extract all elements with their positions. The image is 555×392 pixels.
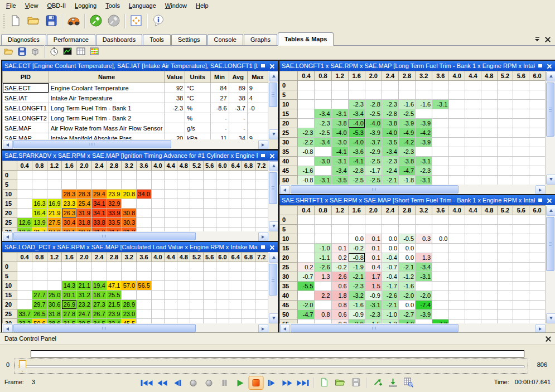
map-cell[interactable] [513,109,529,119]
map-cell[interactable] [77,262,92,272]
map-cell[interactable] [513,244,529,253]
map-cell[interactable]: -0.9 [348,310,365,320]
pid-cell[interactable]: Long Term Fuel Trim - Bank 2 [49,113,165,123]
map-cell[interactable] [122,171,137,180]
map-cell[interactable]: 16.4 [32,209,47,218]
map-cell[interactable]: -0.8 [298,147,315,157]
scrollbar-track[interactable] [290,323,535,333]
map-cell[interactable] [529,282,546,291]
map-cell[interactable] [529,253,546,263]
pid-cell[interactable]: °C [185,83,210,93]
map-cell[interactable] [165,209,177,218]
map-cell[interactable] [331,81,348,90]
map-cell[interactable] [298,225,315,234]
map-cell[interactable]: 12.0 [17,228,32,232]
map-cell[interactable] [177,319,190,324]
map-cell[interactable] [216,272,229,281]
map-cell[interactable]: 14.3 [62,281,77,291]
map-cell[interactable]: 30.8 [122,209,137,218]
map-cell[interactable]: -1.2 [399,272,416,282]
map-cell[interactable]: -3.4 [315,109,331,119]
map-cell[interactable] [216,319,229,324]
map-cell[interactable] [165,190,177,199]
dcp-close-icon[interactable] [546,336,551,341]
map-cell[interactable]: -5.5 [298,282,315,291]
map-cell[interactable] [348,215,365,225]
map-cell[interactable] [190,171,203,180]
map-cell[interactable] [465,263,481,272]
map-cell[interactable] [177,291,190,300]
map-cell[interactable] [151,319,164,324]
map-cell[interactable]: 33.7 [17,309,32,319]
map-cell[interactable] [432,147,449,157]
vertical-scrollbar[interactable] [268,71,278,139]
map-cell[interactable] [497,234,513,244]
map-cell[interactable] [416,282,432,291]
map-cell[interactable] [432,157,449,166]
map-cell[interactable] [529,157,546,166]
map-cell[interactable] [513,234,529,244]
map-cell[interactable] [229,272,242,281]
pid-cell[interactable]: % [185,103,210,113]
map-cell[interactable] [416,320,432,324]
map-cell[interactable] [203,309,216,319]
pid-cell[interactable]: % [185,113,210,123]
map-cell[interactable] [432,81,449,90]
map-cell[interactable] [449,320,465,324]
map-cell[interactable]: 0.0 [399,253,416,263]
map-cell[interactable] [513,225,529,234]
map-cell[interactable] [449,157,465,166]
step-back-button[interactable] [170,376,185,390]
map-cell[interactable]: 31.5 [107,228,122,232]
map-cell[interactable] [513,272,529,282]
menu-logging[interactable]: Logging [70,1,101,10]
map-cell[interactable] [481,215,497,225]
map-cell[interactable] [298,215,315,225]
scroll-left-button[interactable] [280,185,290,195]
map-cell[interactable]: 45.5 [122,319,137,324]
panel-close-button[interactable] [268,152,276,159]
map-cell[interactable] [481,157,497,166]
map-cell[interactable] [203,300,216,309]
map-cell[interactable] [203,190,216,199]
map-cell[interactable]: 27.0 [47,228,62,232]
map-cell[interactable]: 1.7 [365,272,382,282]
map-cell[interactable] [216,300,229,309]
map-cell[interactable] [137,309,152,319]
map-cell[interactable] [229,281,242,291]
map-cell[interactable] [229,319,242,324]
map-cell[interactable] [17,300,32,309]
map-cell[interactable] [449,234,465,244]
map-cell[interactable]: -1.9 [348,263,365,272]
record-button[interactable] [186,376,201,390]
map-cell[interactable]: 34.0 [137,190,152,199]
map-cell[interactable] [315,234,331,244]
map-cell[interactable] [242,218,255,228]
map-cell[interactable] [190,281,203,291]
map-cell[interactable] [432,166,449,176]
map-cell[interactable] [481,176,497,185]
map-cell[interactable] [399,225,416,234]
add-marker-button[interactable] [370,376,385,390]
map-cell[interactable] [449,253,465,263]
map-cell[interactable] [298,100,315,109]
pid-cell[interactable]: - [210,123,229,133]
map-cell[interactable] [465,128,481,138]
map-cell[interactable] [107,180,122,190]
map-cell[interactable] [497,176,513,185]
map-cell[interactable] [449,225,465,234]
map-cell[interactable]: -2.9 [365,147,382,157]
map-cell[interactable]: -7.4 [416,301,432,310]
map-cell[interactable] [165,199,177,209]
map-cell[interactable]: -3.1 [432,100,449,109]
pid-cell[interactable]: 92 [165,83,185,93]
map-cell[interactable] [229,171,242,180]
map-cell[interactable] [255,319,268,324]
scroll-down-button[interactable] [546,313,555,323]
save-map-button[interactable] [16,46,28,57]
map-cell[interactable] [77,171,92,180]
map-cell[interactable] [497,81,513,90]
map-cell[interactable] [497,291,513,301]
map-cell[interactable]: 57.0 [122,281,137,291]
map-cell[interactable]: -2.3 [365,310,382,320]
